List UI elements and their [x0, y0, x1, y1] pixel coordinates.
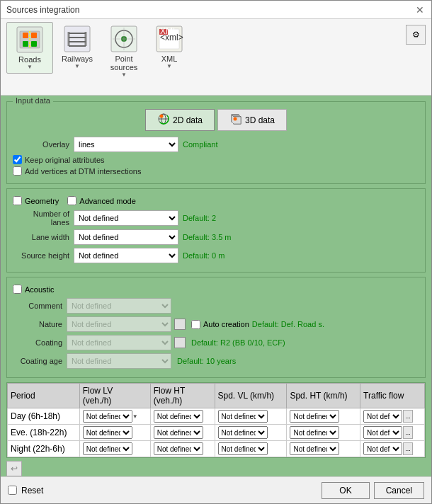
- spd-ht-night-select[interactable]: Not defined: [290, 442, 339, 455]
- traffic-flow-night: Not defined ...: [360, 441, 425, 457]
- settings-button[interactable]: ⚙: [406, 25, 426, 45]
- reset-checkbox[interactable]: [8, 486, 17, 495]
- toolbar-item-xml[interactable]: <xml> XML XML ▼: [147, 22, 192, 72]
- back-icon: ↩: [11, 464, 18, 474]
- geometry-checkbox[interactable]: [13, 196, 22, 205]
- cancel-button[interactable]: Cancel: [374, 482, 424, 499]
- flow-ht-night-select[interactable]: Not defined: [154, 442, 203, 455]
- svg-point-33: [234, 118, 237, 121]
- spd-ht-eve: Not defined: [287, 425, 360, 441]
- traffic-flow-night-select[interactable]: Not defined: [363, 442, 402, 455]
- auto-creation-label: Auto creation: [203, 320, 249, 328]
- window-title: Sources integration: [6, 5, 79, 15]
- spd-vl-night-select[interactable]: Not defined: [218, 442, 268, 455]
- toolbar-item-roads[interactable]: Roads ▼: [6, 22, 53, 74]
- flow-ht-day: Not defined: [150, 408, 215, 425]
- traffic-flow-eve-dots[interactable]: ...: [403, 426, 413, 439]
- spd-vl-day-select[interactable]: Not defined: [218, 410, 268, 423]
- traffic-flow-day-select[interactable]: Not defined: [363, 410, 402, 423]
- flow-lv-night-select[interactable]: Not defined: [83, 442, 132, 455]
- roads-icon: [16, 25, 44, 54]
- lane-width-select-wrapper: Not defined: [74, 229, 178, 245]
- geometry-section-title: Geometry: [25, 197, 59, 205]
- col-flow-lv: Flow LV(veh./h): [79, 384, 150, 408]
- table-header-row: Period Flow LV(veh./h) Flow HT(veh./h) S…: [8, 384, 425, 408]
- spd-vl-eve: Not defined: [215, 425, 287, 441]
- spd-ht-eve-select[interactable]: Not defined: [290, 426, 339, 439]
- svg-rect-5: [31, 41, 37, 47]
- svg-rect-2: [23, 33, 28, 38]
- point-sources-label: Pointsources: [110, 55, 138, 71]
- add-vertices-checkbox[interactable]: [13, 166, 22, 176]
- svg-rect-3: [31, 33, 37, 38]
- comment-row: Comment Not defined: [13, 298, 419, 314]
- acoustic-section: Acoustic Comment Not defined Nature Not …: [6, 277, 426, 378]
- spd-ht-night: Not defined: [287, 441, 360, 457]
- traffic-flow-eve-select[interactable]: Not defined: [363, 426, 402, 439]
- coating-default: Default: R2 (BB 0/10, ECF): [191, 338, 285, 347]
- coating-color-swatch[interactable]: [174, 337, 186, 348]
- tab-2d-label: 2D data: [173, 115, 203, 125]
- col-flow-ht: Flow HT(veh./h): [150, 384, 215, 408]
- flow-lv-eve-select[interactable]: Not defined: [83, 426, 132, 439]
- coating-age-label: Coating age: [13, 357, 62, 365]
- nature-label: Nature: [13, 320, 62, 328]
- table-row: Eve. (18h-22h) Not defined Not defined: [8, 425, 425, 441]
- overlay-status: Compliant: [183, 140, 218, 149]
- point-sources-arrow: ▼: [121, 71, 127, 78]
- lane-width-row: Lane width Not defined Default: 3.5 m: [13, 229, 419, 245]
- back-button[interactable]: ↩: [6, 461, 22, 476]
- tab-3d[interactable]: 3D data: [217, 109, 287, 131]
- traffic-flow-night-dots[interactable]: ...: [403, 442, 413, 455]
- spd-ht-day-select[interactable]: Not defined: [290, 410, 339, 423]
- source-height-select[interactable]: Not defined: [74, 248, 178, 263]
- comment-label: Comment: [13, 302, 62, 310]
- reset-label: Reset: [21, 486, 43, 496]
- overlay-select[interactable]: lines: [74, 137, 178, 152]
- flow-ht-day-select[interactable]: Not defined: [154, 410, 203, 423]
- svg-point-28: [159, 115, 163, 118]
- nature-color-swatch[interactable]: [174, 319, 186, 330]
- ok-button[interactable]: OK: [322, 482, 369, 499]
- keep-original-row: Keep original attributes: [13, 155, 419, 164]
- source-height-select-wrapper: Not defined: [74, 248, 178, 263]
- num-lanes-select[interactable]: Not defined: [74, 210, 178, 226]
- keep-original-checkbox[interactable]: [13, 155, 22, 164]
- spd-vl-day: Not defined: [215, 408, 287, 425]
- xml-icon: <xml> XML: [155, 25, 183, 53]
- source-height-row: Source height Not defined Default: 0 m: [13, 248, 419, 263]
- 3d-icon: [229, 113, 242, 127]
- coating-select-wrapper: Not defined: [67, 335, 171, 350]
- lane-width-label: Lane width: [13, 233, 69, 241]
- tab-2d[interactable]: 2D data: [145, 109, 215, 131]
- coating-age-row: Coating age Not defined Default: 10 year…: [13, 353, 419, 369]
- add-vertices-row: Add vertices at DTM intersections: [13, 166, 419, 176]
- railways-icon: [63, 25, 91, 53]
- flow-ht-eve-select[interactable]: Not defined: [154, 426, 203, 439]
- toolbar: Roads ▼ Railways ▼: [1, 19, 431, 96]
- toolbar-item-point-sources[interactable]: Pointsources ▼: [101, 22, 147, 81]
- auto-creation-checkbox[interactable]: [191, 320, 200, 329]
- spd-vl-eve-select[interactable]: Not defined: [218, 426, 268, 439]
- lane-width-select[interactable]: Not defined: [74, 229, 178, 245]
- acoustic-checkbox[interactable]: [13, 285, 22, 294]
- flow-ht-eve: Not defined: [150, 425, 215, 441]
- toolbar-item-railways[interactable]: Railways ▼: [53, 22, 101, 72]
- close-button[interactable]: ✕: [414, 4, 426, 16]
- 2d-icon: [157, 113, 170, 127]
- nature-select-wrapper: Not defined: [67, 316, 171, 332]
- footer: Reset OK Cancel: [1, 476, 431, 503]
- flow-lv-day-select[interactable]: Not defined: [83, 410, 132, 423]
- flow-ht-night: Not defined: [150, 441, 215, 457]
- flow-lv-night: Not defined: [79, 441, 150, 457]
- comment-select: Not defined: [67, 298, 171, 314]
- nature-row: Nature Not defined Auto creation Default…: [13, 316, 419, 332]
- traffic-flow-day-dots[interactable]: ...: [403, 410, 413, 423]
- flow-lv-day: Not defined ▼: [79, 408, 150, 425]
- advanced-mode-checkbox[interactable]: [67, 196, 76, 205]
- titlebar: Sources integration ✕: [1, 1, 431, 19]
- coating-select: Not defined: [67, 335, 171, 350]
- num-lanes-default: Default: 2: [183, 214, 216, 222]
- roads-label: Roads: [18, 55, 41, 64]
- traffic-table: Period Flow LV(veh./h) Flow HT(veh./h) S…: [7, 383, 425, 457]
